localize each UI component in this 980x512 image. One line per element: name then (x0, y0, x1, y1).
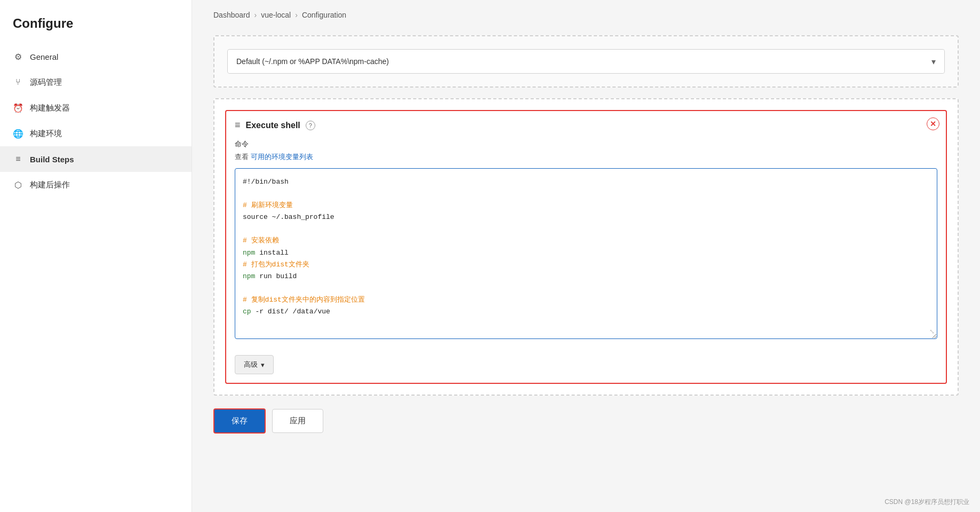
sidebar-item-env-label: 构建环境 (30, 129, 62, 139)
advanced-chevron-icon: ▾ (261, 361, 265, 369)
gear-icon: ⚙ (13, 51, 23, 62)
advanced-label: 高级 (244, 360, 258, 369)
env-link-row: 查看 可用的环境变量列表 (235, 152, 937, 162)
resize-handle[interactable]: ⤡ (929, 327, 935, 337)
breadcrumb-vue-local[interactable]: vue-local (261, 11, 291, 19)
code-line-6: # 安装依赖 (243, 235, 929, 247)
code-line-1: #!/bin/bash (243, 176, 929, 188)
execute-shell-section: ≡ Execute shell ? ✕ 命令 查看 可用的环境变量列表 #!/b… (213, 98, 959, 396)
branch-icon: ⑂ (13, 77, 23, 88)
close-button[interactable]: ✕ (927, 117, 939, 130)
apply-button[interactable]: 应用 (272, 409, 323, 433)
code-line-8: # 打包为dist文件夹 (243, 259, 929, 271)
execute-shell-card: ≡ Execute shell ? ✕ 命令 查看 可用的环境变量列表 #!/b… (225, 110, 947, 384)
npm-cache-section: Default (~/.npm or %APP DATA%\npm-cache)… (213, 35, 959, 88)
watermark: CSDN @18岁程序员想打职业 (885, 498, 969, 507)
command-label: 命令 (235, 139, 937, 149)
sidebar-item-post-build[interactable]: ⬡ 构建后操作 (0, 172, 192, 198)
npm-cache-dropdown-wrapper: Default (~/.npm or %APP DATA%\npm-cache)… (227, 49, 945, 74)
env-link-prefix: 查看 (235, 153, 249, 161)
help-icon[interactable]: ? (306, 121, 315, 130)
npm-cache-dropdown[interactable]: Default (~/.npm or %APP DATA%\npm-cache) (228, 50, 944, 73)
sidebar-item-general[interactable]: ⚙ General (0, 44, 192, 69)
action-buttons: 保存 应用 (213, 408, 959, 434)
sidebar-item-general-label: General (30, 52, 58, 61)
sidebar: Configure ⚙ General ⑂ 源码管理 ⏰ 构建触发器 🌐 构建环… (0, 0, 192, 512)
code-line-9: npm run build (243, 271, 929, 282)
sidebar-item-source-label: 源码管理 (30, 77, 62, 88)
code-line-10 (243, 282, 929, 294)
sidebar-item-triggers[interactable]: ⏰ 构建触发器 (0, 95, 192, 121)
sidebar-item-env[interactable]: 🌐 构建环境 (0, 121, 192, 146)
env-variables-link[interactable]: 可用的环境变量列表 (251, 153, 313, 161)
sidebar-item-build-steps[interactable]: ≡ Build Steps (0, 146, 192, 172)
code-editor[interactable]: #!/bin/bash # 刷新环境变量 source ~/.bash_prof… (235, 168, 937, 339)
advanced-button[interactable]: 高级 ▾ (235, 355, 274, 374)
breadcrumb-sep-2: › (295, 11, 298, 19)
code-line-2 (243, 188, 929, 200)
code-line-12: cp -r dist/ /data/vue (243, 306, 929, 318)
sidebar-item-post-build-label: 构建后操作 (30, 180, 70, 190)
execute-shell-title: Execute shell (246, 121, 300, 130)
breadcrumb: Dashboard › vue-local › Configuration (213, 11, 959, 19)
globe-icon: 🌐 (13, 128, 23, 139)
breadcrumb-dashboard[interactable]: Dashboard (213, 11, 250, 19)
code-line-4: source ~/.bash_profile (243, 211, 929, 223)
breadcrumb-sep-1: › (254, 11, 257, 19)
sidebar-item-source[interactable]: ⑂ 源码管理 (0, 69, 192, 95)
advanced-section: 高级 ▾ (235, 350, 937, 374)
sidebar-title: Configure (0, 0, 192, 44)
sidebar-item-build-steps-label: Build Steps (30, 155, 74, 164)
code-line-5 (243, 223, 929, 235)
code-line-7: npm install (243, 247, 929, 259)
card-header: ≡ Execute shell ? (235, 120, 937, 131)
list-icon: ≡ (13, 154, 23, 164)
breadcrumb-configuration: Configuration (302, 11, 346, 19)
save-button[interactable]: 保存 (213, 408, 266, 434)
sidebar-nav: ⚙ General ⑂ 源码管理 ⏰ 构建触发器 🌐 构建环境 ≡ Build … (0, 44, 192, 198)
code-line-3: # 刷新环境变量 (243, 200, 929, 211)
sidebar-item-triggers-label: 构建触发器 (30, 103, 70, 113)
code-line-11: # 复制dist文件夹中的内容到指定位置 (243, 294, 929, 306)
menu-icon[interactable]: ≡ (235, 120, 241, 131)
clock-icon: ⏰ (13, 103, 23, 113)
cube-icon: ⬡ (13, 179, 23, 190)
main-content: Dashboard › vue-local › Configuration De… (192, 0, 980, 512)
